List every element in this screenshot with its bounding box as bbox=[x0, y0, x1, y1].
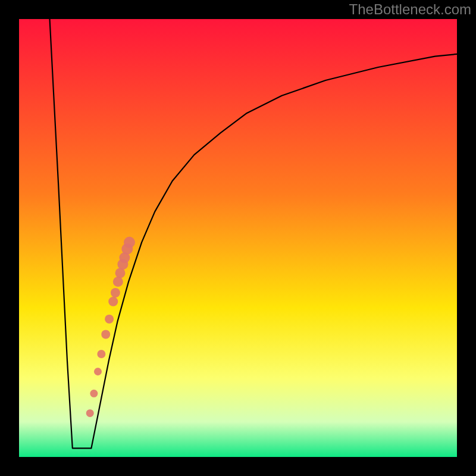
chart-canvas: TheBottleneck.com bbox=[0, 0, 476, 476]
marker-dot bbox=[105, 315, 114, 324]
marker-dot bbox=[124, 237, 135, 248]
marker-dot bbox=[108, 297, 118, 306]
watermark-text: TheBottleneck.com bbox=[349, 1, 471, 17]
plot-area bbox=[19, 19, 457, 457]
marker-dot bbox=[111, 288, 120, 298]
marker-dot bbox=[101, 330, 110, 339]
marker-dot bbox=[86, 409, 94, 417]
marker-dot bbox=[90, 390, 98, 397]
marker-dot bbox=[113, 277, 123, 287]
marker-dot bbox=[97, 350, 105, 358]
marker-dot bbox=[94, 368, 102, 375]
chart-stage: TheBottleneck.com bbox=[0, 0, 476, 476]
